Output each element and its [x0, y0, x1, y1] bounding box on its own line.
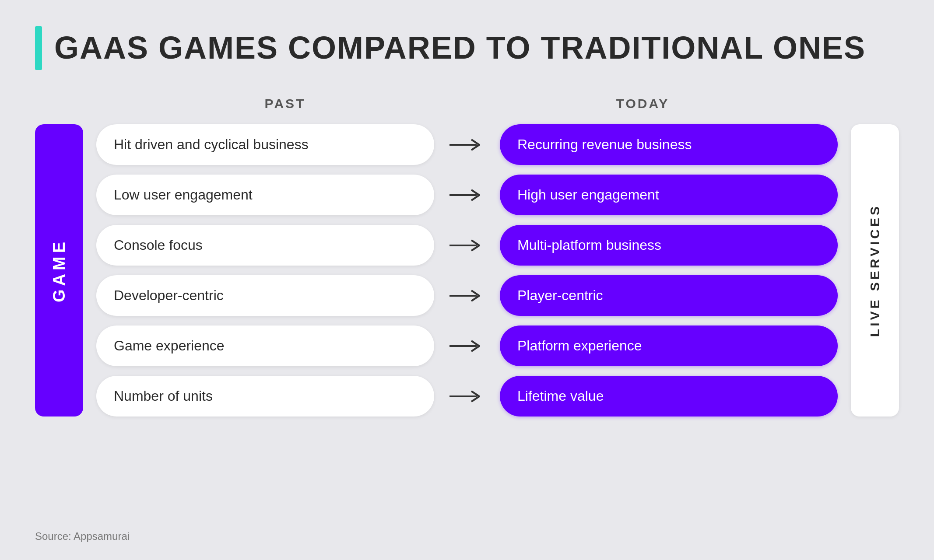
page: GaaS Games Compared to Traditional Ones …	[0, 0, 934, 560]
rows-container: Hit driven and cyclical business Recurri…	[96, 124, 838, 416]
source-text: Source: Appsamurai	[35, 530, 130, 542]
arrow-icon	[447, 239, 487, 252]
comparison-row: Console focus Multi-platform business	[96, 225, 838, 266]
live-services-label-text: LIVE SERVICES	[867, 204, 882, 337]
comparison-row: Number of units Lifetime value	[96, 376, 838, 416]
arrow-icon	[447, 290, 487, 302]
past-pill-2: Console focus	[96, 225, 434, 266]
past-column-label: PAST	[265, 96, 306, 111]
game-label-text: GAME	[50, 238, 69, 302]
comparison-row: Game experience Platform experience	[96, 326, 838, 366]
past-pill-5: Number of units	[96, 376, 434, 416]
past-pill-1: Low user engagement	[96, 175, 434, 215]
arrow-icon	[447, 189, 487, 201]
arrow-icon	[447, 390, 487, 402]
comparison-row: Low user engagement High user engagement	[96, 175, 838, 215]
live-services-label: LIVE SERVICES	[851, 124, 899, 416]
accent-bar	[35, 26, 42, 70]
past-pill-0: Hit driven and cyclical business	[96, 124, 434, 165]
today-column-label: TODAY	[616, 96, 670, 111]
comparison-row: Hit driven and cyclical business Recurri…	[96, 124, 838, 165]
today-pill-2: Multi-platform business	[500, 225, 838, 266]
past-pill-4: Game experience	[96, 326, 434, 366]
arrow-icon	[447, 340, 487, 352]
column-labels: PAST TODAY	[35, 96, 899, 111]
header: GaaS Games Compared to Traditional Ones	[35, 26, 899, 70]
today-pill-5: Lifetime value	[500, 376, 838, 416]
today-pill-0: Recurring revenue business	[500, 124, 838, 165]
comparison-row: Developer-centric Player-centric	[96, 275, 838, 316]
arrow-icon	[447, 139, 487, 151]
game-label: GAME	[35, 124, 83, 416]
today-pill-1: High user engagement	[500, 175, 838, 215]
today-pill-3: Player-centric	[500, 275, 838, 316]
page-title: GaaS Games Compared to Traditional Ones	[54, 31, 866, 65]
main-content: GAME Hit driven and cyclical business Re…	[35, 124, 899, 416]
today-pill-4: Platform experience	[500, 326, 838, 366]
past-pill-3: Developer-centric	[96, 275, 434, 316]
